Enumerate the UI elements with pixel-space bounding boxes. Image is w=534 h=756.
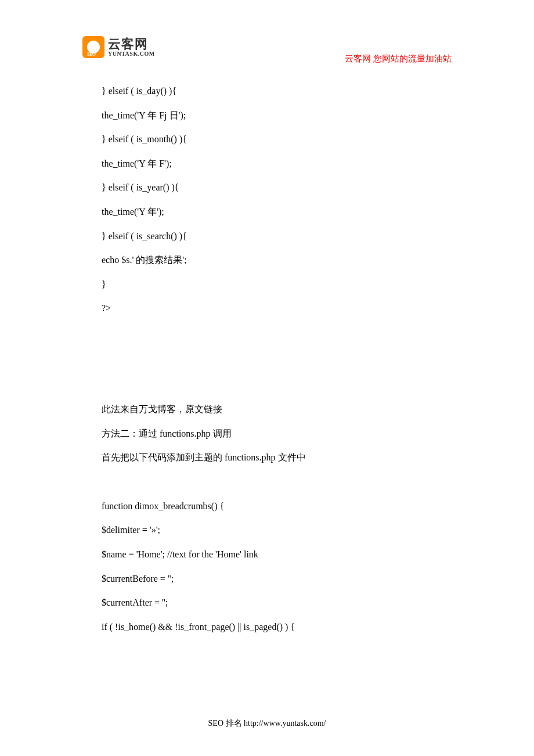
code-line: $delimiter = '»';: [102, 518, 432, 542]
code-line: $name = 'Home'; //text for the 'Home' li…: [102, 542, 432, 567]
code-line: } elseif ( is_search() ){: [102, 224, 432, 249]
code-line: }: [102, 272, 432, 297]
code-line: } elseif ( is_year() ){: [102, 175, 432, 200]
document-content: } elseif ( is_day() ){ the_time('Y 年 Fj …: [102, 79, 432, 639]
logo-seo-text: SEO: [87, 52, 96, 57]
spacer: [102, 321, 432, 397]
code-line: ?>: [102, 296, 432, 321]
logo-chinese: 云客网: [108, 38, 155, 51]
code-line: if ( !is_home() && !is_front_page() || i…: [102, 615, 432, 639]
code-line: } elseif ( is_day() ){: [102, 79, 432, 103]
code-line: } elseif ( is_month() ){: [102, 127, 432, 152]
code-line: echo $s.' 的搜索结果';: [102, 248, 432, 272]
note-text: 方法二：通过 functions.php 调用: [102, 422, 432, 446]
code-line: the_time('Y 年 Fj 日');: [102, 103, 432, 128]
tagline: 云客网 您网站的流量加油站: [345, 53, 452, 64]
logo-icon: SEO: [82, 36, 104, 58]
page-header: SEO 云客网 YUNTASK.COM 云客网 您网站的流量加油站: [82, 36, 452, 58]
note-text: 此法来自万戈博客，原文链接: [102, 397, 432, 422]
code-line: $currentAfter = '';: [102, 591, 432, 615]
code-line: the_time('Y 年 F');: [102, 152, 432, 176]
spacer: [102, 470, 432, 494]
code-line: $currentBefore = '';: [102, 567, 432, 591]
code-line: the_time('Y 年');: [102, 200, 432, 224]
page-footer: SEO 排名 http://www.yuntask.com/: [0, 718, 534, 729]
note-text: 首先把以下代码添加到主题的 functions.php 文件中: [102, 445, 432, 470]
logo-english: YUNTASK.COM: [108, 51, 155, 57]
logo: SEO 云客网 YUNTASK.COM: [82, 36, 155, 58]
logo-text-block: 云客网 YUNTASK.COM: [108, 38, 155, 57]
code-line: function dimox_breadcrumbs() {: [102, 494, 432, 519]
